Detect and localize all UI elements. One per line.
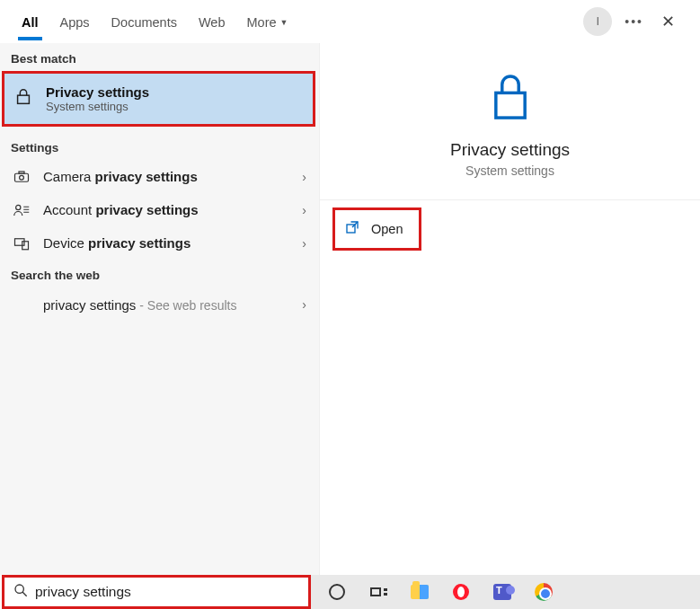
camera-icon <box>13 171 31 183</box>
preview-actions: Open <box>320 200 700 258</box>
search-tabs: All Apps Documents Web More ▼ <box>0 4 298 39</box>
preview-subtitle: System settings <box>465 163 554 178</box>
chevron-right-icon: › <box>302 297 306 312</box>
tab-more-label: More <box>247 15 277 30</box>
settings-row-account-text: Account privacy settings <box>43 202 289 217</box>
search-body: Best match Privacy settings System setti… <box>0 43 700 575</box>
tab-all[interactable]: All <box>11 4 49 39</box>
taskbar <box>311 575 700 609</box>
results-pane: Best match Privacy settings System setti… <box>0 43 320 575</box>
opera-icon[interactable] <box>451 582 471 602</box>
preview-header: Privacy settings System settings <box>320 43 700 200</box>
more-options-icon[interactable]: ••• <box>625 14 643 29</box>
best-match-title: Privacy settings <box>46 84 149 100</box>
chevron-down-icon: ▼ <box>280 18 288 27</box>
search-input[interactable] <box>35 584 301 600</box>
chrome-icon[interactable] <box>534 582 554 602</box>
device-icon <box>13 236 31 251</box>
close-icon[interactable]: ✕ <box>656 8 680 35</box>
svg-point-9 <box>15 585 23 593</box>
tab-more[interactable]: More ▼ <box>236 4 299 39</box>
bottom-bar <box>0 575 700 609</box>
tab-documents[interactable]: Documents <box>101 4 188 39</box>
svg-point-2 <box>20 175 24 180</box>
best-match-highlight: Privacy settings System settings <box>2 71 315 127</box>
section-search-web: Search the web <box>0 260 319 287</box>
search-tabbar: All Apps Documents Web More ▼ I ••• ✕ <box>0 0 700 43</box>
svg-point-4 <box>16 205 21 209</box>
settings-row-camera-text: Camera privacy settings <box>43 169 289 184</box>
svg-rect-0 <box>18 95 30 103</box>
preview-title: Privacy settings <box>450 140 570 160</box>
lock-icon <box>485 70 536 128</box>
svg-rect-5 <box>15 238 25 245</box>
best-match-texts: Privacy settings System settings <box>46 84 149 113</box>
settings-row-device-text: Device privacy settings <box>43 235 289 251</box>
account-icon <box>13 203 31 217</box>
open-external-icon <box>344 219 360 239</box>
chevron-right-icon: › <box>302 203 306 217</box>
settings-row-device[interactable]: Device privacy settings › <box>0 226 319 260</box>
task-view-icon[interactable] <box>368 582 388 602</box>
section-settings: Settings <box>0 132 319 160</box>
best-match-result[interactable]: Privacy settings System settings <box>4 74 313 124</box>
cortana-icon[interactable] <box>327 582 347 602</box>
chevron-right-icon: › <box>302 236 306 251</box>
tab-apps[interactable]: Apps <box>49 4 101 39</box>
svg-rect-3 <box>19 172 24 173</box>
chevron-right-icon: › <box>302 170 306 184</box>
settings-row-account[interactable]: Account privacy settings › <box>0 193 319 226</box>
web-result-row[interactable]: • privacy settings - See web results › <box>0 287 319 322</box>
section-best-match: Best match <box>0 43 319 71</box>
search-box-highlight <box>2 575 311 609</box>
best-match-subtitle: System settings <box>46 100 149 113</box>
svg-rect-1 <box>15 173 29 181</box>
settings-row-camera[interactable]: Camera privacy settings › <box>0 160 319 193</box>
open-highlight: Open <box>332 207 421 251</box>
lock-icon <box>13 87 33 110</box>
tab-web[interactable]: Web <box>188 4 236 39</box>
open-button[interactable]: Open <box>335 210 419 248</box>
search-icon <box>13 583 28 601</box>
web-result-text: privacy settings - See web results <box>43 297 289 313</box>
open-label: Open <box>371 222 403 236</box>
tabbar-actions: I ••• ✕ <box>583 7 693 36</box>
file-explorer-icon[interactable] <box>410 582 430 602</box>
teams-icon[interactable] <box>492 582 512 602</box>
preview-pane: Privacy settings System settings Open <box>320 43 700 575</box>
svg-rect-7 <box>495 93 524 118</box>
user-avatar[interactable]: I <box>583 7 612 36</box>
